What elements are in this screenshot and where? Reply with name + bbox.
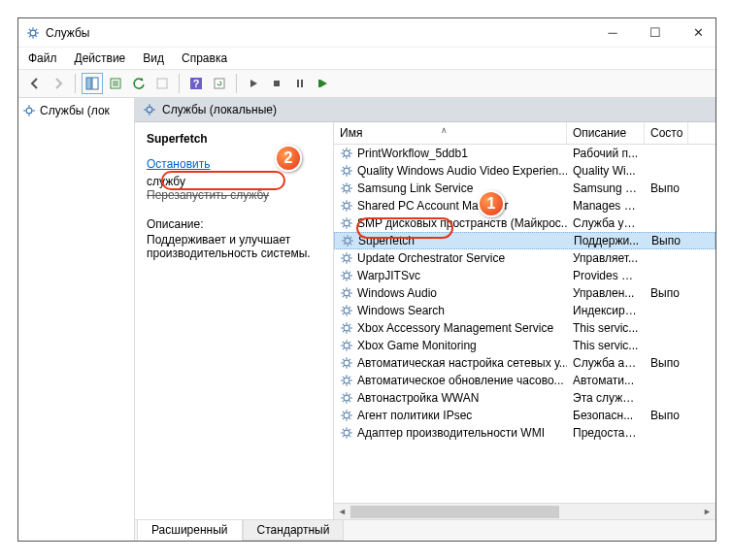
svg-point-75	[345, 238, 350, 244]
service-row[interactable]: Xbox Game MonitoringThis servic...	[334, 337, 715, 354]
service-name-cell: Xbox Accessory Management Service	[357, 321, 553, 335]
refresh-button[interactable]	[128, 73, 150, 94]
service-row[interactable]: Shared PC Account ManagerManages p...	[334, 197, 715, 214]
svg-point-147	[344, 378, 349, 383]
svg-line-91	[343, 260, 345, 262]
service-row[interactable]: Автоматическая настройка сетевых у...Слу…	[334, 354, 715, 372]
service-row[interactable]: Samsung Link ServiceSamsung L...Выпо	[334, 180, 715, 197]
svg-line-170	[343, 412, 345, 413]
list-title-bar: Службы (локальные)	[135, 98, 715, 122]
svg-point-0	[30, 30, 36, 36]
tab-standard[interactable]: Стандартный	[243, 520, 345, 541]
svg-line-172	[343, 417, 345, 419]
gear-icon	[143, 103, 156, 116]
restart-service-link[interactable]: Перезапустить службу	[147, 188, 321, 202]
scroll-right-icon[interactable]: ►	[699, 504, 715, 520]
svg-line-181	[343, 435, 345, 437]
svg-line-54	[349, 190, 350, 192]
svg-line-7	[29, 35, 31, 37]
gear-icon	[340, 374, 353, 387]
service-desc-cell: Samsung L...	[567, 181, 645, 195]
service-desc-cell: Управляет...	[567, 251, 645, 265]
service-row[interactable]: Update Orchestrator ServiceУправляет...	[334, 249, 715, 267]
horizontal-scrollbar[interactable]: ◄ ►	[334, 503, 715, 519]
service-row[interactable]: Адаптер производительности WMIПредостав.…	[334, 424, 715, 442]
svg-line-38	[349, 149, 350, 151]
description-text: Поддерживает и улучшает производительнос…	[147, 233, 321, 260]
tree-item-services-local[interactable]: Службы (лок	[20, 102, 132, 119]
service-name-cell: PrintWorkflow_5ddb1	[357, 147, 468, 160]
service-name-cell: Windows Search	[357, 304, 445, 317]
svg-line-128	[349, 324, 350, 326]
maximize-button[interactable]: ☐	[646, 25, 665, 40]
gear-icon	[340, 321, 353, 335]
svg-line-108	[349, 295, 350, 297]
service-name-cell: Samsung Link Service	[357, 181, 473, 195]
svg-line-136	[343, 347, 345, 349]
service-row[interactable]: Автонастройка WWANЭта служб...	[334, 389, 715, 407]
svg-point-120	[344, 325, 349, 331]
service-list[interactable]: PrintWorkflow_5ddb1Рабочий п...Quality W…	[334, 145, 715, 503]
gear-icon	[340, 199, 353, 213]
service-row[interactable]: Xbox Accessory Management ServiceThis se…	[334, 319, 715, 337]
menubar: Файл Действие Вид Справка	[18, 48, 715, 70]
stop-service-button[interactable]	[266, 73, 287, 94]
menu-file[interactable]: Файл	[28, 51, 57, 65]
svg-line-37	[343, 155, 345, 157]
selected-service-name: Superfetch	[147, 132, 321, 146]
gear-icon	[340, 269, 353, 282]
svg-line-98	[343, 272, 345, 274]
gear-icon	[340, 426, 353, 440]
tab-extended[interactable]: Расширенный	[137, 520, 243, 541]
service-name-cell: Автоматическое обновление часово...	[357, 374, 564, 387]
service-row[interactable]: Агент политики IPsecБезопасн...Выпо	[334, 407, 715, 424]
service-row[interactable]: PrintWorkflow_5ddb1Рабочий п...	[334, 145, 715, 162]
svg-line-64	[343, 208, 345, 210]
svg-point-174	[344, 430, 349, 436]
svg-line-118	[343, 313, 345, 314]
svg-rect-16	[274, 81, 280, 86]
restart-service-button[interactable]	[313, 73, 334, 94]
svg-line-101	[349, 272, 350, 274]
show-hide-tree-button[interactable]	[82, 73, 103, 94]
svg-line-171	[349, 417, 350, 419]
menu-help[interactable]: Справка	[182, 51, 227, 65]
scroll-thumb[interactable]	[350, 504, 699, 520]
svg-line-72	[349, 225, 350, 227]
service-row[interactable]: Windows SearchИндексиро...	[334, 302, 715, 319]
service-row[interactable]: Автоматическое обновление часово...Автом…	[334, 372, 715, 389]
menu-view[interactable]: Вид	[143, 51, 164, 65]
service-row[interactable]: Windows AudioУправлен...Выпо	[334, 284, 715, 302]
column-name[interactable]: Имя	[334, 122, 567, 144]
nav-tree[interactable]: Службы (лок	[18, 98, 135, 541]
refresh-alt-button[interactable]	[209, 73, 230, 94]
svg-line-44	[343, 167, 345, 169]
svg-line-36	[349, 155, 350, 157]
svg-rect-18	[301, 80, 303, 87]
help-button[interactable]: ?	[185, 73, 207, 94]
svg-line-179	[343, 429, 345, 431]
svg-point-39	[344, 168, 349, 174]
service-desc-cell: Управлен...	[567, 286, 645, 300]
forward-button[interactable]	[48, 73, 69, 94]
minimize-button[interactable]: ─	[603, 25, 622, 40]
back-button[interactable]	[24, 73, 46, 94]
service-row[interactable]: WarpJITSvcProvides a ...	[334, 267, 715, 284]
service-row[interactable]: Quality Windows Audio Video Experien...Q…	[334, 162, 715, 180]
svg-line-162	[349, 400, 350, 402]
start-service-button[interactable]	[243, 73, 264, 94]
service-desc-cell: Предостав...	[567, 426, 645, 440]
column-status[interactable]: Состо	[645, 122, 688, 144]
service-desc-cell: Quality Wi...	[567, 164, 645, 178]
column-description[interactable]: Описание	[567, 122, 645, 144]
service-desc-cell: Manages p...	[567, 199, 645, 213]
svg-line-110	[349, 289, 350, 291]
export-button[interactable]	[105, 73, 126, 94]
svg-line-107	[343, 289, 345, 291]
scroll-left-icon[interactable]: ◄	[334, 504, 350, 520]
svg-line-81	[349, 243, 351, 245]
menu-action[interactable]: Действие	[75, 51, 126, 65]
service-name-cell: Xbox Game Monitoring	[357, 339, 477, 352]
close-button[interactable]: ✕	[688, 25, 708, 40]
pause-service-button[interactable]	[289, 73, 311, 94]
